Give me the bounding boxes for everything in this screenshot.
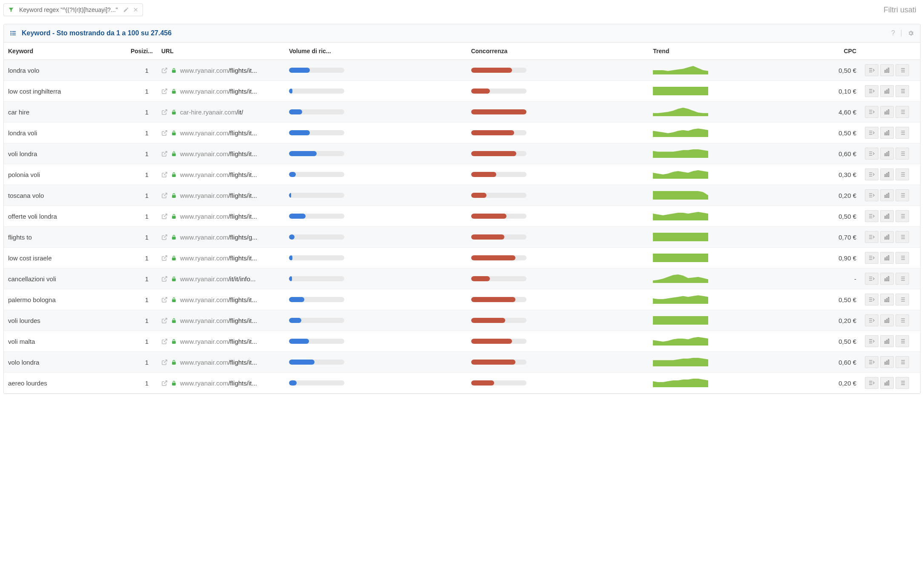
external-link-icon[interactable] bbox=[161, 192, 168, 199]
cell-keyword[interactable]: low cost israele bbox=[4, 248, 123, 268]
action-expand-icon[interactable] bbox=[865, 335, 878, 347]
cell-keyword[interactable]: voli londra bbox=[4, 143, 123, 164]
action-list-icon[interactable] bbox=[895, 377, 909, 389]
action-list-icon[interactable] bbox=[895, 231, 909, 243]
cell-url[interactable]: www.ryanair.com/flights/it... bbox=[157, 164, 285, 185]
col-posizione[interactable]: Posizi... bbox=[123, 43, 157, 60]
action-expand-icon[interactable] bbox=[865, 210, 878, 222]
filtri-usati-link[interactable]: Filtri usati bbox=[884, 6, 916, 14]
cell-keyword[interactable]: low cost inghilterra bbox=[4, 81, 123, 102]
action-list-icon[interactable] bbox=[895, 168, 909, 180]
external-link-icon[interactable] bbox=[161, 317, 168, 324]
action-list-icon[interactable] bbox=[895, 148, 909, 160]
action-list-icon[interactable] bbox=[895, 314, 909, 326]
cell-url[interactable]: www.ryanair.com/flights/it... bbox=[157, 289, 285, 310]
action-chart-icon[interactable] bbox=[880, 168, 894, 180]
action-expand-icon[interactable] bbox=[865, 294, 878, 305]
cell-keyword[interactable]: voli lourdes bbox=[4, 310, 123, 331]
cell-url[interactable]: www.ryanair.com/flights/it... bbox=[157, 143, 285, 164]
help-icon[interactable]: ? bbox=[891, 29, 895, 37]
cell-keyword[interactable]: londra voli bbox=[4, 123, 123, 143]
cell-url[interactable]: www.ryanair.com/flights/it... bbox=[157, 352, 285, 373]
action-list-icon[interactable] bbox=[895, 210, 909, 222]
action-list-icon[interactable] bbox=[895, 273, 909, 285]
gear-icon[interactable] bbox=[907, 30, 914, 37]
external-link-icon[interactable] bbox=[161, 255, 168, 261]
external-link-icon[interactable] bbox=[161, 130, 168, 136]
external-link-icon[interactable] bbox=[161, 234, 168, 240]
external-link-icon[interactable] bbox=[161, 109, 168, 115]
cell-keyword[interactable]: aereo lourdes bbox=[4, 373, 123, 394]
external-link-icon[interactable] bbox=[161, 67, 168, 74]
cell-url[interactable]: www.ryanair.com/flights/it... bbox=[157, 331, 285, 352]
cell-keyword[interactable]: polonia voli bbox=[4, 164, 123, 185]
col-concorrenza[interactable]: Concorrenza bbox=[467, 43, 649, 60]
action-chart-icon[interactable] bbox=[880, 189, 894, 201]
cell-url[interactable]: www.ryanair.com/flights/it... bbox=[157, 310, 285, 331]
cell-keyword[interactable]: toscana volo bbox=[4, 185, 123, 206]
action-chart-icon[interactable] bbox=[880, 377, 894, 389]
cell-keyword[interactable]: flights to bbox=[4, 227, 123, 248]
action-list-icon[interactable] bbox=[895, 85, 909, 97]
external-link-icon[interactable] bbox=[161, 338, 168, 345]
action-chart-icon[interactable] bbox=[880, 252, 894, 264]
action-expand-icon[interactable] bbox=[865, 252, 878, 264]
action-expand-icon[interactable] bbox=[865, 189, 878, 201]
action-chart-icon[interactable] bbox=[880, 64, 894, 76]
external-link-icon[interactable] bbox=[161, 213, 168, 220]
external-link-icon[interactable] bbox=[161, 276, 168, 282]
action-expand-icon[interactable] bbox=[865, 273, 878, 285]
cell-url[interactable]: www.ryanair.com/flights/it... bbox=[157, 248, 285, 268]
action-expand-icon[interactable] bbox=[865, 356, 878, 368]
action-list-icon[interactable] bbox=[895, 127, 909, 139]
action-chart-icon[interactable] bbox=[880, 335, 894, 347]
cell-url[interactable]: www.ryanair.com/flights/it... bbox=[157, 373, 285, 394]
cell-url[interactable]: www.ryanair.com/flights/it... bbox=[157, 123, 285, 143]
action-chart-icon[interactable] bbox=[880, 106, 894, 118]
edit-filter-icon[interactable] bbox=[123, 7, 129, 13]
cell-keyword[interactable]: volo londra bbox=[4, 352, 123, 373]
external-link-icon[interactable] bbox=[161, 380, 168, 386]
action-expand-icon[interactable] bbox=[865, 64, 878, 76]
external-link-icon[interactable] bbox=[161, 88, 168, 94]
col-url[interactable]: URL bbox=[157, 43, 285, 60]
cell-url[interactable]: www.ryanair.com/flights/g... bbox=[157, 227, 285, 248]
action-list-icon[interactable] bbox=[895, 189, 909, 201]
action-list-icon[interactable] bbox=[895, 252, 909, 264]
col-trend[interactable]: Trend bbox=[649, 43, 831, 60]
action-expand-icon[interactable] bbox=[865, 106, 878, 118]
external-link-icon[interactable] bbox=[161, 359, 168, 365]
cell-keyword[interactable]: cancellazioni voli bbox=[4, 268, 123, 289]
external-link-icon[interactable] bbox=[161, 297, 168, 303]
action-chart-icon[interactable] bbox=[880, 273, 894, 285]
action-chart-icon[interactable] bbox=[880, 356, 894, 368]
action-chart-icon[interactable] bbox=[880, 148, 894, 160]
cell-url[interactable]: www.ryanair.com/flights/it... bbox=[157, 60, 285, 81]
action-chart-icon[interactable] bbox=[880, 314, 894, 326]
action-chart-icon[interactable] bbox=[880, 294, 894, 305]
cell-url[interactable]: www.ryanair.com/flights/it... bbox=[157, 185, 285, 206]
cell-url[interactable]: car-hire.ryanair.com/it/ bbox=[157, 102, 285, 123]
col-cpc[interactable]: CPC bbox=[831, 43, 861, 60]
action-list-icon[interactable] bbox=[895, 335, 909, 347]
action-expand-icon[interactable] bbox=[865, 148, 878, 160]
close-filter-icon[interactable]: ✕ bbox=[133, 6, 138, 13]
action-chart-icon[interactable] bbox=[880, 127, 894, 139]
cell-url[interactable]: www.ryanair.com/flights/it... bbox=[157, 81, 285, 102]
action-expand-icon[interactable] bbox=[865, 168, 878, 180]
cell-url[interactable]: www.ryanair.com/it/it/info... bbox=[157, 268, 285, 289]
col-volume[interactable]: Volume di ric... bbox=[285, 43, 467, 60]
cell-keyword[interactable]: offerte voli londra bbox=[4, 206, 123, 227]
action-list-icon[interactable] bbox=[895, 356, 909, 368]
action-chart-icon[interactable] bbox=[880, 231, 894, 243]
action-expand-icon[interactable] bbox=[865, 314, 878, 326]
cell-keyword[interactable]: londra volo bbox=[4, 60, 123, 81]
action-expand-icon[interactable] bbox=[865, 127, 878, 139]
external-link-icon[interactable] bbox=[161, 151, 168, 157]
cell-keyword[interactable]: palermo bologna bbox=[4, 289, 123, 310]
filter-chip[interactable]: Keyword regex "^((?!(r|t)[hzeuayi]?..." … bbox=[3, 3, 143, 16]
col-keyword[interactable]: Keyword bbox=[4, 43, 123, 60]
action-chart-icon[interactable] bbox=[880, 210, 894, 222]
cell-url[interactable]: www.ryanair.com/flights/it... bbox=[157, 206, 285, 227]
action-expand-icon[interactable] bbox=[865, 231, 878, 243]
